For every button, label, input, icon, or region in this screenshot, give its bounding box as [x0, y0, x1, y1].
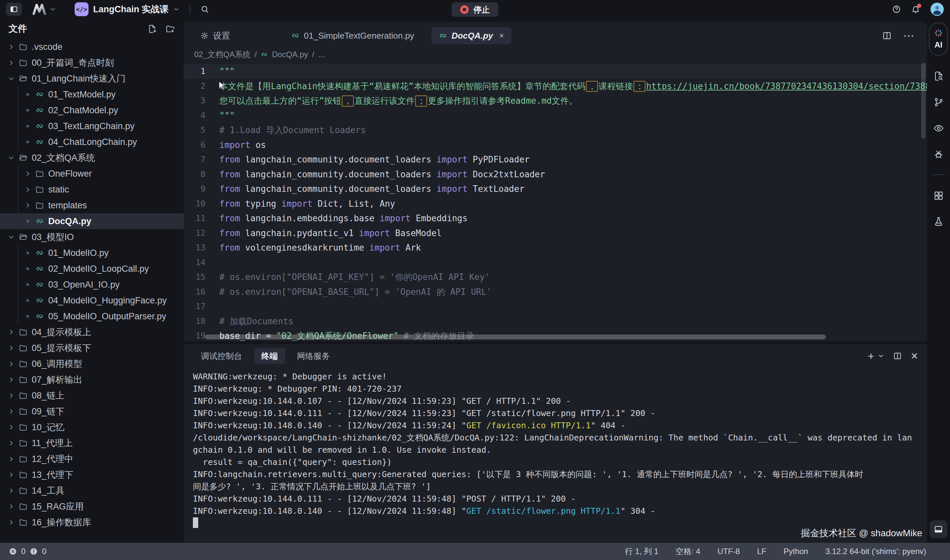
tree-file-item[interactable]: 02_ChatModel.py: [0, 102, 184, 118]
tree-folder-item[interactable]: 16_操作数据库: [0, 514, 184, 530]
help-button[interactable]: [892, 5, 901, 14]
code-line[interactable]: 3您可以点击最上方的“运行”按钮，直接运行该文件；更多操作指引请参考Readme…: [184, 94, 927, 108]
extensions-grid-icon[interactable]: [933, 190, 944, 201]
terminal-output[interactable]: WARNING:werkzeug: * Debugger is active!I…: [184, 366, 927, 543]
search-button[interactable]: [200, 5, 209, 14]
workspace-logo[interactable]: [32, 3, 56, 15]
terminal-dropdown-icon[interactable]: [878, 352, 884, 359]
vertical-scrollbar[interactable]: [921, 63, 925, 139]
code-line[interactable]: 15# os.environ["OPENAI_API_KEY"] = '你的Op…: [184, 270, 927, 285]
status-item[interactable]: 行 1, 列 1: [625, 546, 658, 557]
code-line[interactable]: 14: [184, 255, 927, 270]
tree-folder-item[interactable]: .vscode: [0, 39, 184, 55]
code-line[interactable]: 5# 1.Load 导入Document Loaders: [184, 123, 927, 138]
preview-eye-icon[interactable]: [933, 123, 944, 134]
tree-file-item[interactable]: 04_ModelIO_HuggingFace.py: [0, 292, 184, 308]
tree-item-label: 16_操作数据库: [32, 516, 91, 528]
new-folder-button[interactable]: [165, 24, 175, 34]
code-line[interactable]: 4""": [184, 108, 927, 123]
code-line[interactable]: 10from typing import Dict, List, Any: [184, 197, 927, 211]
new-terminal-button[interactable]: +: [868, 350, 875, 362]
tree-file-item[interactable]: 04_ChatLongChain.py: [0, 134, 184, 150]
tree-folder-item[interactable]: 07_解析输出: [0, 372, 184, 388]
status-item[interactable]: Python: [784, 547, 808, 556]
notifications-button[interactable]: [911, 5, 920, 14]
tree-file-item[interactable]: 05_ModelIO_OutputParser.py: [0, 308, 184, 324]
code-line[interactable]: 6import os: [184, 138, 927, 152]
code-line[interactable]: 2本文件是【用LangChain快速构建基于“易速鲜花”本地知识库的智能问答系统…: [184, 79, 927, 94]
tree-folder-item[interactable]: 13_代理下: [0, 467, 184, 483]
tree-folder-item[interactable]: 08_链上: [0, 388, 184, 403]
code-text: [205, 255, 219, 270]
new-file-button[interactable]: [147, 24, 157, 34]
tree-file-item[interactable]: 03_OpenAI_IO.py: [0, 277, 184, 292]
tree-folder-item[interactable]: 09_链下: [0, 403, 184, 419]
tree-folder-item[interactable]: 00_开篇词_奇点时刻: [0, 55, 184, 71]
tree-folder-item[interactable]: OneFlower: [0, 166, 184, 182]
tree-folder-item[interactable]: 15_RAG应用: [0, 498, 184, 514]
status-item[interactable]: 3.12.2 64-bit ('shims': pyenv): [825, 547, 926, 556]
code-line[interactable]: 13from volcenginesdkarkruntime import Ar…: [184, 240, 927, 255]
code-line[interactable]: 8from langchain_community.document_loade…: [184, 167, 927, 182]
file-search-icon[interactable]: [933, 71, 944, 82]
code-text: 您可以点击最上方的“运行”按钮，直接运行该文件；更多操作指引请参考Readme.…: [205, 94, 577, 108]
close-tab-button[interactable]: ×: [499, 31, 504, 40]
line-number: 16: [184, 285, 205, 300]
breadcrumb-file[interactable]: DocQA.py: [272, 50, 308, 59]
breadcrumb-more[interactable]: ...: [318, 50, 325, 59]
tree-file-item[interactable]: DocQA.py: [0, 213, 184, 229]
tree-folder-item[interactable]: 14_工具: [0, 483, 184, 498]
split-terminal-button[interactable]: [893, 351, 902, 361]
code-editor[interactable]: 1"""2本文件是【用LangChain快速构建基于“易速鲜花”本地知识库的智能…: [184, 62, 927, 342]
code-line[interactable]: 11from langchain.embeddings.base import …: [184, 211, 927, 226]
editor-tab[interactable]: 设置: [193, 27, 237, 44]
more-actions-button[interactable]: ⋯: [903, 32, 915, 39]
code-line[interactable]: 7from langchain_community.document_loade…: [184, 152, 927, 167]
tree-folder-item[interactable]: 12_代理中: [0, 451, 184, 467]
code-line[interactable]: 9from langchain_community.document_loade…: [184, 182, 927, 197]
tree-folder-item[interactable]: templates: [0, 197, 184, 213]
terminal-tab[interactable]: 调试控制台: [194, 348, 249, 364]
code-line[interactable]: 18# 加载Documents: [184, 314, 927, 329]
panel-toggle-button[interactable]: [930, 520, 947, 538]
tree-folder-item[interactable]: 10_记忆: [0, 419, 184, 435]
error-count[interactable]: 0: [21, 547, 25, 556]
status-item[interactable]: 空格: 4: [676, 546, 700, 557]
tree-folder-item[interactable]: 03_模型IO: [0, 229, 184, 245]
breadcrumb-folder[interactable]: 02_文档QA系统: [194, 49, 251, 60]
project-switcher[interactable]: </> LangChain 实战课: [75, 2, 180, 16]
code-line[interactable]: 16# os.environ["OPENAI_BASE_URL"] = 'Ope…: [184, 285, 927, 300]
tree-file-item[interactable]: 01_TextModel.py: [0, 86, 184, 102]
tree-file-item[interactable]: 02_ModelIO_LoopCall.py: [0, 261, 184, 277]
tree-folder-item[interactable]: 04_提示模板上: [0, 324, 184, 340]
tree-file-item[interactable]: 03_TextLangChain.py: [0, 118, 184, 134]
code-line[interactable]: 12from langchain.pydantic_v1 import Base…: [184, 226, 927, 241]
editor-tab[interactable]: 01_SimpleTextGeneration.py: [284, 27, 422, 44]
close-panel-button[interactable]: ✕: [911, 351, 918, 362]
editor-tab[interactable]: DocQA.py×: [431, 27, 511, 44]
sidebar-toggle-button[interactable]: [6, 3, 22, 16]
ai-assistant-button[interactable]: AI: [929, 23, 948, 55]
source-control-icon[interactable]: [933, 97, 944, 108]
tree-folder-item[interactable]: 06_调用模型: [0, 356, 184, 372]
code-line[interactable]: 17: [184, 299, 927, 314]
test-flask-icon[interactable]: [933, 216, 944, 227]
debug-bug-icon[interactable]: [933, 149, 944, 160]
code-line[interactable]: 1""": [184, 64, 927, 79]
warning-count[interactable]: 0: [42, 547, 46, 556]
tree-folder-item[interactable]: 05_提示模板下: [0, 340, 184, 356]
horizontal-scrollbar[interactable]: [205, 334, 826, 340]
tree-folder-item[interactable]: 01_LangChain快速入门: [0, 71, 184, 86]
tree-folder-item[interactable]: static: [0, 182, 184, 197]
status-item[interactable]: UTF-8: [718, 547, 740, 556]
tree-folder-item[interactable]: 02_文档QA系统: [0, 150, 184, 166]
terminal-tab[interactable]: 网络服务: [290, 348, 337, 364]
user-avatar[interactable]: [930, 2, 944, 16]
status-item[interactable]: LF: [757, 547, 766, 556]
tree-folder-item[interactable]: 11_代理上: [0, 435, 184, 451]
terminal-tab[interactable]: 终端: [254, 348, 285, 364]
tree-item-label: 10_记忆: [32, 421, 65, 433]
tree-file-item[interactable]: 01_ModelIO.py: [0, 245, 184, 261]
split-editor-button[interactable]: [882, 31, 892, 41]
stop-run-button[interactable]: 停止: [451, 2, 499, 17]
